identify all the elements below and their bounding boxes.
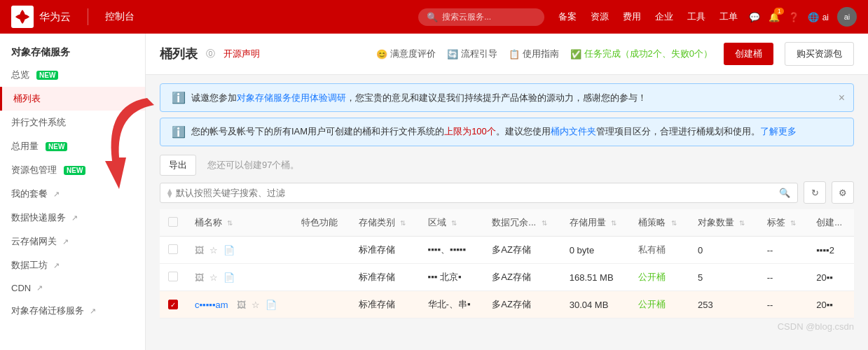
help-icon-btn[interactable]: ❓ bbox=[788, 10, 799, 23]
export-button[interactable]: 导出 bbox=[160, 155, 196, 176]
row3-name-actions: c▪▪▪▪▪am 🖼 ☆ 📄 bbox=[195, 300, 284, 310]
table-row: ✓ c▪▪▪▪▪am 🖼 ☆ 📄 标准存储 华北-、串▪ bbox=[160, 291, 854, 318]
statement-link[interactable]: 开源声明 bbox=[223, 48, 260, 60]
row3-checkbox[interactable]: ✓ bbox=[168, 300, 178, 309]
nav-item-beian[interactable]: 备案 bbox=[558, 10, 577, 23]
col-policy-label: 桶策略 bbox=[638, 217, 666, 227]
satisfaction-icon: 😊 bbox=[376, 49, 387, 59]
sidebar-item-cdn[interactable]: CDN ↗ bbox=[0, 277, 145, 299]
avatar: ai bbox=[837, 7, 857, 27]
page-header: 桶列表 ⓪ 开源声明 😊 满意度评价 🔄 流程引导 📋 使用指南 ✅ bbox=[146, 34, 868, 75]
create-bucket-button[interactable]: 创建桶 bbox=[724, 43, 773, 65]
sort-icon-objects[interactable]: ⇅ bbox=[739, 219, 745, 227]
sort-icon-redundancy[interactable]: ⇅ bbox=[542, 219, 547, 227]
buy-resource-button[interactable]: 购买资源包 bbox=[785, 42, 854, 66]
external-link-icon-plans: ↗ bbox=[53, 190, 60, 199]
use-guide-btn[interactable]: 📋 使用指南 bbox=[509, 48, 559, 60]
flow-guide-text: 流程引导 bbox=[461, 48, 497, 60]
sidebar-item-resource-pkg[interactable]: 资源包管理 NEW bbox=[0, 158, 145, 182]
sort-icon-region[interactable]: ⇅ bbox=[451, 219, 457, 227]
sidebar-item-parallel-fs[interactable]: 并行文件系统 bbox=[0, 111, 145, 134]
overview-label: 总览 bbox=[11, 69, 29, 81]
nav-item-billing[interactable]: 费用 bbox=[623, 10, 641, 23]
col-name-label: 桶名称 bbox=[195, 217, 222, 227]
new-badge-resource: NEW bbox=[64, 166, 85, 175]
usage-label: 总用量 bbox=[11, 140, 39, 153]
external-link-icon-workshop: ↗ bbox=[53, 261, 60, 270]
message-icon-btn[interactable]: 💬 bbox=[749, 10, 760, 23]
limit-link[interactable]: 上限为100个 bbox=[444, 126, 496, 136]
nav-item-tools[interactable]: 工具 bbox=[687, 10, 705, 23]
row2-name-cell: 🖼 ☆ 📄 bbox=[186, 264, 293, 291]
page-help-icon[interactable]: ⓪ bbox=[206, 48, 215, 60]
sort-icon-name[interactable]: ⇅ bbox=[227, 219, 233, 227]
survey-link[interactable]: 对象存储服务使用体验调研 bbox=[237, 92, 346, 103]
sidebar-item-usage[interactable]: 总用量 NEW bbox=[0, 134, 145, 158]
alert-close-1[interactable]: × bbox=[839, 92, 845, 104]
sidebar-item-data-express[interactable]: 数据快递服务 ↗ bbox=[0, 206, 145, 230]
folder-manage-link[interactable]: 桶内文件夹 bbox=[551, 126, 596, 136]
row1-name-actions: 🖼 ☆ 📄 bbox=[195, 245, 284, 255]
search-row: ⧫ 🔍 ↻ ⚙ bbox=[146, 181, 868, 209]
notification-icon-btn[interactable]: 🔔 1 bbox=[769, 10, 780, 23]
row1-name-cell: 🖼 ☆ 📄 bbox=[186, 237, 293, 264]
alert-text-2: 您的帐号及帐号下的所有IAM用户可创建的桶和并行文件系统的上限为100个。建议您… bbox=[191, 125, 797, 138]
sidebar-item-overview[interactable]: 总览 NEW bbox=[0, 63, 145, 87]
language-btn[interactable]: 🌐 ai bbox=[808, 10, 829, 23]
row3-bucket-icon-doc: 📄 bbox=[266, 300, 277, 310]
nav-item-resources[interactable]: 资源 bbox=[591, 10, 609, 23]
sort-icon-policy[interactable]: ⇅ bbox=[671, 219, 677, 227]
sort-icon-storage[interactable]: ⇅ bbox=[400, 219, 406, 227]
row1-redundancy-cell: 多AZ存储 bbox=[483, 237, 560, 264]
col-created-label: 创建... bbox=[816, 217, 842, 227]
console-label: 控制台 bbox=[105, 10, 135, 23]
satisfaction-text: 满意度评价 bbox=[390, 48, 436, 60]
nav-item-enterprise[interactable]: 企业 bbox=[655, 10, 673, 23]
external-link-icon-cdn: ↗ bbox=[36, 284, 43, 293]
row1-usage-cell: 0 byte bbox=[561, 237, 631, 264]
row3-region-cell: 华北-、串▪ bbox=[420, 291, 484, 318]
sidebar-item-data-workshop[interactable]: 数据工坊 ↗ bbox=[0, 253, 145, 277]
row3-bucket-name[interactable]: c▪▪▪▪▪am bbox=[195, 300, 228, 310]
select-all-checkbox[interactable] bbox=[168, 217, 178, 227]
satisfaction-btn[interactable]: 😊 满意度评价 bbox=[376, 48, 436, 60]
task-status-btn[interactable]: ✅ 任务完成（成功2个、失败0个） bbox=[570, 48, 712, 60]
resource-pkg-label: 资源包管理 bbox=[11, 164, 57, 176]
row2-created-cell: 20▪▪ bbox=[808, 264, 854, 291]
row2-policy-tag[interactable]: 公开桶 bbox=[638, 272, 666, 282]
buckets-table: 桶名称 ⇅ 特色功能 存储类别 ⇅ 区域 ⇅ bbox=[160, 209, 854, 318]
row2-checkbox[interactable] bbox=[168, 272, 178, 281]
search-input-wrap[interactable]: ⧫ 🔍 bbox=[160, 183, 798, 203]
nav-icon-group: 💬 🔔 1 ❓ 🌐 ai bbox=[749, 10, 829, 23]
nav-item-workorder[interactable]: 工单 bbox=[719, 10, 738, 23]
create-info-text: 您还可以创建97个桶。 bbox=[207, 159, 299, 172]
global-search[interactable]: 🔍 搜索云服务... bbox=[418, 8, 544, 26]
user-area[interactable]: ai bbox=[837, 7, 857, 27]
search-submit-icon[interactable]: 🔍 bbox=[779, 188, 790, 198]
sidebar-item-cloud-gateway[interactable]: 云存储网关 ↗ bbox=[0, 230, 145, 253]
refresh-button[interactable]: ↻ bbox=[804, 181, 826, 204]
learn-more-link[interactable]: 了解更多 bbox=[760, 126, 797, 136]
search-input[interactable] bbox=[176, 188, 775, 198]
sort-icon-usage[interactable]: ⇅ bbox=[611, 219, 616, 227]
sidebar-item-buckets[interactable]: 桶列表 bbox=[0, 87, 145, 111]
row1-storage-type-cell: 标准存储 bbox=[350, 237, 420, 264]
table-wrapper: 桶名称 ⇅ 特色功能 存储类别 ⇅ 区域 ⇅ bbox=[146, 209, 868, 318]
gear-icon: ⚙ bbox=[839, 188, 847, 198]
header-actions: 😊 满意度评价 🔄 流程引导 📋 使用指南 ✅ 任务完成（成功2个、失败0个） … bbox=[376, 42, 854, 66]
use-guide-text: 使用指南 bbox=[523, 48, 559, 60]
row3-bucket-icon-star: ☆ bbox=[252, 300, 260, 310]
col-redundancy-label: 数据冗余... bbox=[492, 217, 536, 227]
flow-guide-btn[interactable]: 🔄 流程引导 bbox=[447, 48, 497, 60]
sort-icon-tags[interactable]: ⇅ bbox=[790, 219, 796, 227]
row3-policy-tag[interactable]: 公开桶 bbox=[638, 299, 666, 309]
settings-button[interactable]: ⚙ bbox=[832, 181, 854, 204]
huawei-logo bbox=[11, 6, 34, 28]
row3-storage-type-cell: 标准存储 bbox=[350, 291, 420, 318]
sidebar-item-migration[interactable]: 对象存储迁移服务 ↗ bbox=[0, 299, 145, 323]
col-header-usage: 存储用量 ⇅ bbox=[561, 209, 631, 237]
row1-checkbox[interactable] bbox=[168, 244, 178, 254]
col-header-checkbox bbox=[160, 209, 186, 237]
sidebar-item-plans[interactable]: 我的套餐 ↗ bbox=[0, 182, 145, 206]
row1-policy-tag: 私有桶 bbox=[638, 244, 666, 255]
